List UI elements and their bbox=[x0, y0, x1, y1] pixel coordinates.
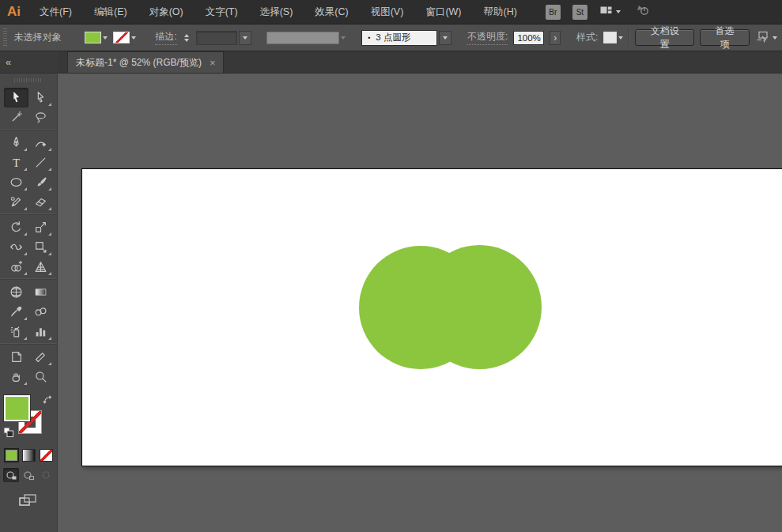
column-graph-tool[interactable] bbox=[28, 322, 53, 341]
brush-combo[interactable]: • 3 点圆形 bbox=[361, 30, 437, 46]
default-fill-stroke-icon[interactable] bbox=[3, 427, 14, 441]
stepper-up-icon[interactable] bbox=[184, 34, 189, 37]
lasso-tool[interactable] bbox=[28, 108, 53, 127]
rotate-tool[interactable] bbox=[4, 217, 28, 237]
separator bbox=[629, 28, 629, 47]
width-tool[interactable] bbox=[4, 237, 28, 257]
blend-tool[interactable] bbox=[28, 302, 53, 322]
menu-item-7[interactable]: 窗口(W) bbox=[414, 0, 472, 24]
stroke-weight-field[interactable] bbox=[196, 31, 237, 45]
ellipse-tool[interactable] bbox=[4, 172, 28, 192]
scale-tool[interactable] bbox=[28, 217, 53, 237]
menu-item-4[interactable]: 选择(S) bbox=[249, 0, 304, 24]
brush-preview-dot: • bbox=[368, 34, 370, 42]
pencil-tool[interactable] bbox=[4, 192, 28, 212]
scale-icon bbox=[34, 221, 47, 234]
shape-builder-icon bbox=[9, 260, 23, 274]
draw-normal-icon[interactable] bbox=[3, 468, 19, 482]
control-panel-options[interactable] bbox=[755, 30, 777, 46]
pen-tool[interactable] bbox=[4, 133, 28, 153]
style-swatch[interactable] bbox=[603, 32, 617, 43]
eraser-icon bbox=[34, 195, 47, 209]
fill-indicator[interactable] bbox=[4, 395, 30, 421]
stepper-down-icon[interactable] bbox=[184, 39, 189, 42]
draw-behind-icon[interactable] bbox=[21, 468, 36, 482]
tool-group-1: T bbox=[0, 130, 57, 213]
eraser-tool[interactable] bbox=[28, 192, 53, 212]
change-screen-mode-icon[interactable] bbox=[0, 492, 57, 509]
fill-color-picker[interactable] bbox=[85, 32, 108, 43]
chevron-down-icon bbox=[341, 36, 346, 40]
pasteboard[interactable] bbox=[58, 74, 782, 532]
menu-item-6[interactable]: 视图(V) bbox=[360, 0, 415, 24]
none-chip[interactable] bbox=[40, 449, 53, 462]
close-tab-icon[interactable]: × bbox=[210, 58, 216, 68]
document-setup-button[interactable]: 文档设置 bbox=[635, 29, 694, 46]
gradient-chip[interactable] bbox=[22, 449, 36, 462]
dropdown-button[interactable] bbox=[239, 31, 251, 45]
line-segment-icon bbox=[34, 156, 47, 169]
canvas-circle-2[interactable] bbox=[417, 245, 542, 369]
free-transform-tool[interactable] bbox=[28, 237, 53, 257]
gradient-tool[interactable] bbox=[28, 282, 53, 302]
brush-definition[interactable]: • 3 点圆形 bbox=[361, 30, 451, 46]
collapse-panel-button[interactable]: « bbox=[6, 58, 11, 66]
brush-name: 3 点圆形 bbox=[376, 32, 410, 43]
brush-dropdown-button[interactable] bbox=[439, 31, 451, 45]
chevron-down-icon bbox=[616, 10, 621, 13]
artboard-tool[interactable] bbox=[4, 347, 28, 367]
line-segment-tool[interactable] bbox=[28, 153, 53, 172]
bridge-icon[interactable]: Br bbox=[546, 5, 561, 20]
stroke-color-picker[interactable] bbox=[113, 32, 136, 43]
menu-item-5[interactable]: 效果(C) bbox=[304, 0, 359, 24]
panel-flag-icon bbox=[755, 30, 771, 46]
opacity-expand-button[interactable]: › bbox=[550, 31, 561, 45]
style-picker[interactable] bbox=[603, 32, 623, 43]
color-chip[interactable] bbox=[5, 449, 18, 462]
draw-inside-icon[interactable] bbox=[38, 468, 54, 482]
direct-selection-icon bbox=[34, 91, 47, 104]
panel-drag-handle[interactable] bbox=[14, 78, 43, 82]
opacity-label[interactable]: 不透明度: bbox=[467, 30, 508, 45]
preferences-button[interactable]: 首选项 bbox=[700, 29, 750, 46]
eyedropper-tool[interactable] bbox=[4, 302, 28, 322]
eyedropper-icon bbox=[9, 305, 23, 319]
menu-item-8[interactable]: 帮助(H) bbox=[473, 0, 528, 24]
menu-item-1[interactable]: 编辑(E) bbox=[83, 0, 138, 24]
free-transform-icon bbox=[34, 240, 47, 254]
stroke-weight-dropdown[interactable] bbox=[196, 31, 251, 45]
symbol-sprayer-tool[interactable] bbox=[4, 322, 28, 341]
workspace-switcher[interactable] bbox=[599, 4, 621, 20]
menu-item-0[interactable]: 文件(F) bbox=[28, 0, 83, 24]
width-profile-preview bbox=[266, 32, 339, 44]
stroke-weight-label[interactable]: 描边: bbox=[155, 30, 176, 45]
type-tool[interactable]: T bbox=[4, 153, 28, 172]
zoom-tool[interactable] bbox=[28, 367, 53, 387]
hand-icon bbox=[9, 370, 23, 383]
selection-tool[interactable] bbox=[4, 88, 28, 108]
document-tab[interactable]: 未标题-1* @ 52% (RGB/预览) × bbox=[67, 51, 224, 73]
menu-item-2[interactable]: 对象(O) bbox=[138, 0, 195, 24]
tools-panel-header: « bbox=[0, 51, 57, 74]
stock-icon[interactable]: St bbox=[572, 5, 587, 20]
direct-selection-tool[interactable] bbox=[28, 88, 53, 108]
stroke-weight-stepper[interactable] bbox=[183, 34, 191, 42]
mesh-tool[interactable] bbox=[4, 282, 28, 302]
shape-builder-tool[interactable] bbox=[4, 257, 28, 277]
perspective-grid-tool[interactable] bbox=[28, 257, 53, 277]
paintbrush-tool[interactable] bbox=[28, 172, 53, 192]
sync-status-icon[interactable] bbox=[633, 3, 650, 21]
slice-tool[interactable] bbox=[28, 347, 53, 367]
menu-bar: Ai 文件(F)编辑(E)对象(O)文字(T)选择(S)效果(C)视图(V)窗口… bbox=[0, 0, 782, 24]
drawing-modes bbox=[0, 468, 57, 482]
panel-grip[interactable] bbox=[3, 28, 7, 47]
magic-wand-tool[interactable] bbox=[4, 108, 28, 127]
opacity-field[interactable]: 100% bbox=[513, 31, 544, 45]
curvature-tool[interactable] bbox=[28, 133, 53, 153]
fill-swatch[interactable] bbox=[85, 32, 101, 43]
hand-tool[interactable] bbox=[4, 367, 28, 387]
menu-item-3[interactable]: 文字(T) bbox=[195, 0, 249, 24]
stroke-none-swatch[interactable] bbox=[113, 32, 130, 43]
illustrator-window: Ai 文件(F)编辑(E)对象(O)文字(T)选择(S)效果(C)视图(V)窗口… bbox=[0, 0, 782, 532]
swap-fill-stroke-icon[interactable] bbox=[42, 394, 52, 408]
